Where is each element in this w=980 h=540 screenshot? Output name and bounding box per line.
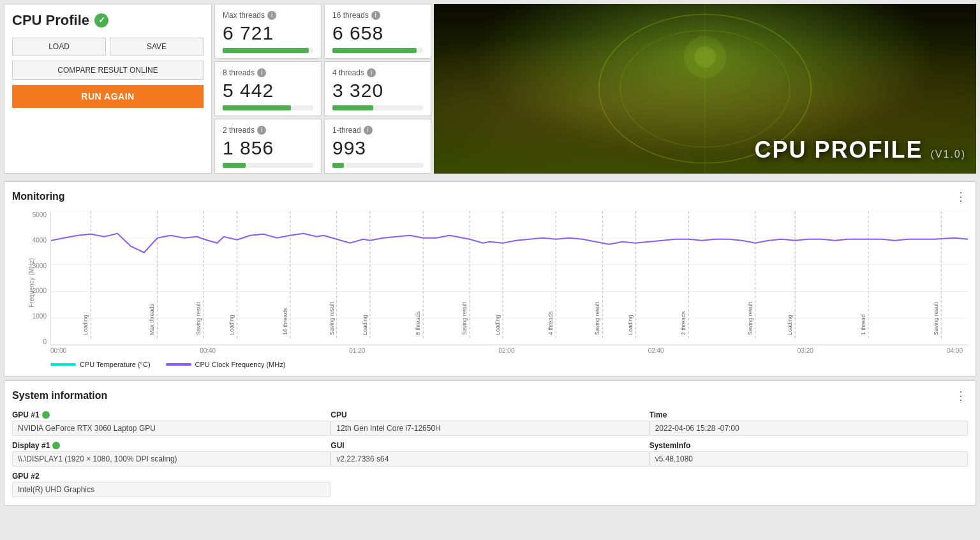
check-icon: ✓ xyxy=(94,13,108,27)
info-icon-4-threads[interactable]: i xyxy=(367,68,376,77)
legend-temperature: CPU Temperature (°C) xyxy=(50,361,151,368)
sysinfo-cpu: CPU 12th Gen Intel Core i7-12650H xyxy=(330,410,649,436)
score-card-2-threads: 2 threads i 1 856 xyxy=(214,119,322,174)
left-panel: CPU Profile ✓ LOAD SAVE COMPARE RESULT O… xyxy=(4,4,212,174)
svg-text:Saving result: Saving result xyxy=(195,302,202,335)
display1-key: Display #1 xyxy=(12,441,330,450)
score-bar-fill-8-threads xyxy=(223,105,291,110)
x-axis-labels: 00:00 00:40 01:20 02:00 02:40 03:20 04:0… xyxy=(50,347,968,354)
y-axis: 5000 4000 3000 2000 1000 0 xyxy=(19,211,47,345)
score-bar-fill-2-threads xyxy=(223,163,246,168)
score-card-16-threads: 16 threads i 6 658 xyxy=(324,4,431,59)
score-label-1-thread: 1-thread i xyxy=(332,126,423,135)
sysinfo-val: v5.48.1080 xyxy=(650,451,968,467)
score-card-max-threads: Max threads i 6 721 xyxy=(214,4,322,59)
gpu1-val: NVIDIA GeForce RTX 3060 Laptop GPU xyxy=(12,421,330,436)
gpu1-dot xyxy=(42,411,50,419)
system-info-section: System information ⋮ GPU #1 NVIDIA GeFor… xyxy=(4,380,976,506)
svg-text:Saving result: Saving result xyxy=(746,302,753,335)
legend-temperature-color xyxy=(50,363,76,366)
score-grid: Max threads i 6 721 16 threads i 6 658 8… xyxy=(214,4,431,174)
sysinfo-col-1: GPU #1 NVIDIA GeForce RTX 3060 Laptop GP… xyxy=(12,410,330,497)
cpu-profile-label: CPU Profile xyxy=(12,12,89,29)
score-bar-bg-8-threads xyxy=(223,105,313,110)
score-value-4-threads: 3 320 xyxy=(332,80,423,101)
hero-image: CPU PROFILE (V1.0) xyxy=(434,4,976,174)
score-bar-fill-max-threads xyxy=(223,48,309,53)
score-value-8-threads: 5 442 xyxy=(223,80,313,101)
sysinfo-time: Time 2022-04-06 15:28 -07:00 xyxy=(650,410,968,436)
sysinfo-menu-button[interactable]: ⋮ xyxy=(955,389,968,403)
score-card-4-threads: 4 threads i 3 320 xyxy=(324,61,431,116)
gui-val: v2.22.7336 s64 xyxy=(330,451,649,467)
info-icon-8-threads[interactable]: i xyxy=(257,68,266,77)
display1-val: \\.\DISPLAY1 (1920 × 1080, 100% DPI scal… xyxy=(12,451,330,467)
svg-text:Saving result: Saving result xyxy=(328,302,334,335)
info-icon-1-thread[interactable]: i xyxy=(364,126,373,135)
sysinfo-col-3: Time 2022-04-06 15:28 -07:00 SystemInfo … xyxy=(650,410,968,497)
compare-button[interactable]: COMPARE RESULT ONLINE xyxy=(12,61,204,80)
score-value-2-threads: 1 856 xyxy=(223,137,313,159)
score-label-max-threads: Max threads i xyxy=(223,11,313,20)
display1-dot xyxy=(52,442,60,449)
sysinfo-key: SystemInfo xyxy=(650,441,968,450)
sysinfo-title: System information xyxy=(12,390,107,401)
cpu-key: CPU xyxy=(330,410,649,419)
info-icon-max-threads[interactable]: i xyxy=(267,11,276,20)
legend-frequency-label: CPU Clock Frequency (MHz) xyxy=(195,361,286,368)
gui-key: GUI xyxy=(330,441,649,450)
svg-text:4 threads: 4 threads xyxy=(547,311,554,335)
svg-text:Loading: Loading xyxy=(228,315,235,335)
chart-legend: CPU Temperature (°C) CPU Clock Frequency… xyxy=(50,358,968,368)
svg-text:Loading: Loading xyxy=(627,315,634,335)
score-bar-fill-4-threads xyxy=(332,105,373,110)
sysinfo-grid: GPU #1 NVIDIA GeForce RTX 3060 Laptop GP… xyxy=(12,410,968,497)
svg-text:Saving result: Saving result xyxy=(933,302,939,335)
time-key: Time xyxy=(650,410,968,419)
score-bar-fill-1-thread xyxy=(332,163,344,168)
score-label-8-threads: 8 threads i xyxy=(223,68,313,77)
svg-text:2 threads: 2 threads xyxy=(680,311,687,335)
score-label-16-threads: 16 threads i xyxy=(332,11,423,20)
sysinfo-header: System information ⋮ xyxy=(12,389,968,403)
score-value-16-threads: 6 658 xyxy=(332,22,423,44)
sysinfo-display1: Display #1 \\.\DISPLAY1 (1920 × 1080, 10… xyxy=(12,441,330,467)
score-card-8-threads: 8 threads i 5 442 xyxy=(214,61,322,116)
score-label-2-threads: 2 threads i xyxy=(223,126,313,135)
hero-main-text: CPU PROFILE (V1.0) xyxy=(754,137,966,163)
cpu-profile-title: CPU Profile ✓ xyxy=(12,12,204,29)
gpu2-val: Intel(R) UHD Graphics xyxy=(12,482,330,497)
gpu2-key: GPU #2 xyxy=(12,472,330,481)
score-value-max-threads: 6 721 xyxy=(223,22,313,44)
info-icon-2-threads[interactable]: i xyxy=(257,126,266,135)
run-again-button[interactable]: RUN AGAIN xyxy=(12,85,204,108)
svg-text:Loading: Loading xyxy=(494,315,501,335)
save-button[interactable]: SAVE xyxy=(110,38,204,56)
score-card-1-thread: 1-thread i 993 xyxy=(324,119,431,174)
hero-sub-text: (V1.0) xyxy=(930,149,966,160)
svg-text:16 threads: 16 threads xyxy=(281,308,288,335)
sysinfo-sysinfo: SystemInfo v5.48.1080 xyxy=(650,441,968,467)
load-save-row: LOAD SAVE xyxy=(12,38,204,56)
monitoring-chart: Loading Max threads Saving result Loadin… xyxy=(50,211,968,345)
info-icon-16-threads[interactable]: i xyxy=(371,11,380,20)
sysinfo-gui: GUI v2.22.7336 s64 xyxy=(330,441,649,467)
score-bar-bg-2-threads xyxy=(223,163,313,168)
hero-main-label: CPU PROFILE xyxy=(754,137,923,163)
score-bar-bg-16-threads xyxy=(332,48,423,53)
cpu-val: 12th Gen Intel Core i7-12650H xyxy=(330,421,649,436)
svg-text:Loading: Loading xyxy=(82,315,89,335)
hero-text-container: CPU PROFILE (V1.0) xyxy=(434,126,976,174)
monitoring-menu-button[interactable]: ⋮ xyxy=(955,190,968,204)
chart-area: Frequency (MHz) 5000 4000 3000 2000 1000… xyxy=(50,211,968,354)
svg-text:Saving result: Saving result xyxy=(594,302,600,335)
legend-frequency-color xyxy=(166,363,191,366)
score-value-1-thread: 993 xyxy=(332,137,423,159)
score-bar-bg-1-thread xyxy=(332,163,423,168)
svg-text:Saving result: Saving result xyxy=(461,302,468,335)
monitoring-header: Monitoring ⋮ xyxy=(12,190,968,204)
score-bar-fill-16-threads xyxy=(332,48,417,53)
load-button[interactable]: LOAD xyxy=(12,38,106,56)
legend-frequency: CPU Clock Frequency (MHz) xyxy=(166,361,286,368)
score-bar-bg-4-threads xyxy=(332,105,423,110)
